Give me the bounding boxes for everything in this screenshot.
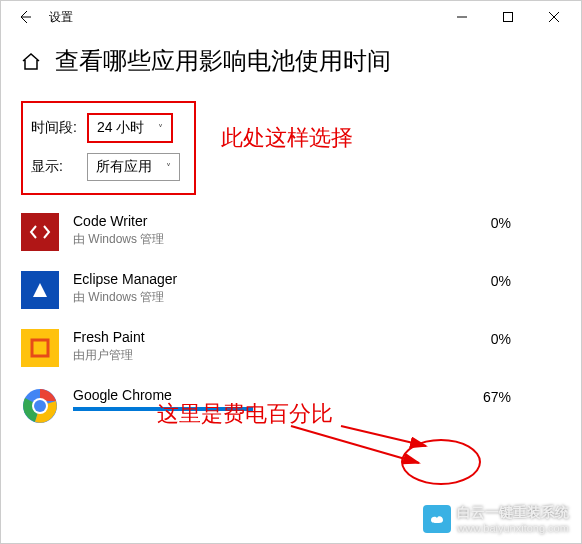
window-title: 设置 (45, 9, 73, 26)
close-button[interactable] (531, 1, 577, 33)
arrow-left-icon (17, 9, 33, 25)
show-filter-label: 显示: (31, 158, 79, 176)
svg-rect-0 (504, 13, 513, 22)
minimize-icon (457, 12, 467, 22)
back-button[interactable] (5, 1, 45, 33)
app-managed: 由 Windows 管理 (73, 289, 477, 306)
maximize-icon (503, 12, 513, 22)
annotation-note2: 这里是费电百分比 (157, 399, 333, 429)
app-icon-freshpaint (21, 329, 59, 367)
app-item[interactable]: Fresh Paint 由用户管理 0% (21, 319, 561, 377)
home-button[interactable] (21, 52, 41, 70)
app-icon-chrome (21, 387, 59, 425)
app-percent: 67% (483, 387, 561, 405)
minimize-button[interactable] (439, 1, 485, 33)
svg-rect-2 (32, 340, 48, 356)
maximize-button[interactable] (485, 1, 531, 33)
chevron-down-icon: ˅ (158, 123, 163, 134)
filter-panel-highlight: 时间段: 24 小时 ˅ 显示: 所有应用 ˅ (21, 101, 196, 195)
app-name: Code Writer (73, 213, 477, 229)
time-filter-dropdown[interactable]: 24 小时 ˅ (87, 113, 173, 143)
watermark-logo-icon (423, 505, 451, 533)
watermark-title: 白云一键重装系统 (457, 504, 569, 522)
chevron-down-icon: ˅ (166, 162, 171, 173)
time-filter-label: 时间段: (31, 119, 79, 137)
app-managed: 由用户管理 (73, 347, 477, 364)
app-item[interactable]: Code Writer 由 Windows 管理 0% (21, 203, 561, 261)
app-name: Fresh Paint (73, 329, 477, 345)
app-percent: 0% (491, 271, 561, 289)
app-percent: 0% (491, 329, 561, 347)
watermark: 白云一键重装系统 www.baiyunxitong.com (417, 501, 575, 537)
svg-marker-1 (33, 283, 47, 297)
watermark-url: www.baiyunxitong.com (457, 522, 569, 534)
app-managed: 由 Windows 管理 (73, 231, 477, 248)
svg-point-5 (34, 400, 46, 412)
titlebar: 设置 (1, 1, 581, 33)
show-filter-dropdown[interactable]: 所有应用 ˅ (87, 153, 180, 181)
page-header: 查看哪些应用影响电池使用时间 (21, 45, 561, 77)
app-icon-eclipse (21, 271, 59, 309)
annotation-note1: 此处这样选择 (221, 123, 353, 153)
show-filter-value: 所有应用 (96, 158, 152, 176)
app-item[interactable]: Eclipse Manager 由 Windows 管理 0% (21, 261, 561, 319)
app-percent: 0% (491, 213, 561, 231)
app-icon-codewriter (21, 213, 59, 251)
app-name: Eclipse Manager (73, 271, 477, 287)
close-icon (549, 12, 559, 22)
page-title: 查看哪些应用影响电池使用时间 (55, 45, 391, 77)
annotation-ellipse (401, 439, 481, 485)
home-icon (21, 52, 41, 70)
time-filter-value: 24 小时 (97, 119, 144, 137)
